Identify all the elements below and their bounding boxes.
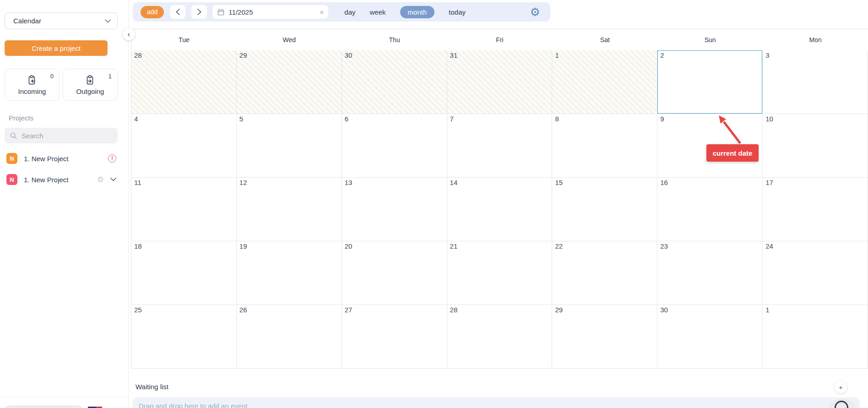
cell-date: 28 [134,51,142,59]
project-settings-gear-icon[interactable]: ⚙ [97,176,104,184]
project-item[interactable]: N 1. New Project ! [6,152,116,164]
calendar-cell[interactable]: 23 [657,241,763,305]
calendar-cell[interactable]: 31 [447,50,553,114]
cell-date: 18 [134,242,142,250]
view-month-button[interactable]: month [400,6,435,18]
clipboard-arrow-left-icon [26,74,38,86]
calendar-cell[interactable]: 30 [657,305,763,369]
calendar-cell[interactable]: 11 [131,178,237,241]
outgoing-count: 1 [108,73,112,80]
cell-date: 11 [134,179,141,186]
view-day-button[interactable]: day [344,8,355,16]
inbox-cards: 0 Incoming 1 Outgoing [5,69,118,101]
cell-date: 6 [345,115,348,123]
cell-date: 27 [345,306,353,314]
search-input[interactable] [22,132,99,140]
cell-date: 31 [450,51,458,59]
chevron-down-icon[interactable] [110,178,116,181]
calendar-cell[interactable]: 6 [342,114,447,178]
cell-date: 15 [555,179,563,186]
calendar-cell[interactable]: 27 [342,305,447,369]
cell-date: 19 [239,242,247,250]
cell-date: 7 [450,115,454,123]
alert-exclamation-icon[interactable]: ! [108,154,116,163]
calendar-toolbar: add × day week month today ⚙ [133,2,550,22]
calendar-cell[interactable]: 10 [763,114,868,178]
sidebar-footer-divider [0,397,128,397]
incoming-label: Incoming [18,87,46,95]
calendar-icon [217,9,224,16]
calendar-cell[interactable]: 21 [447,241,553,305]
cell-date: 20 [345,242,353,250]
calendar-cell[interactable]: 20 [342,241,447,305]
current-date-annotation: current date [706,144,759,162]
calendar-cell[interactable]: 16 [657,178,763,241]
calendar-cell[interactable]: 24 [763,241,868,305]
day-header-row: TueWedThuFriSatSunMon [131,29,868,50]
cell-date: 12 [239,179,247,186]
calendar-cell[interactable]: 29 [552,305,657,369]
calendar-cell[interactable]: 8 [552,114,657,178]
day-header: Fri [447,29,553,50]
calendar-cell[interactable]: 14 [447,178,553,241]
next-period-button[interactable] [191,5,207,19]
calendar-cell[interactable]: 17 [763,178,868,241]
calendar-cell[interactable]: 19 [237,241,342,305]
cell-date: 26 [239,306,247,314]
date-picker[interactable]: × [212,5,328,19]
projects-section-label: Projects [9,114,128,122]
sidebar-footer-pill[interactable] [5,405,82,408]
calendar-cell[interactable]: 15 [552,178,657,241]
cell-date: 25 [134,306,142,314]
calendar-cell[interactable]: 5 [237,114,342,178]
cell-date: 10 [765,115,773,123]
cell-date: 9 [660,115,664,123]
calendar-cell[interactable]: 26 [237,305,342,369]
view-select[interactable]: Calendar [5,12,118,29]
calendar-cell[interactable]: 28 [447,305,553,369]
add-event-button[interactable]: add [141,6,164,18]
calendar-cell-current[interactable]: 2 [657,50,763,114]
calendar-cell[interactable]: 7 [447,114,553,178]
calendar-cell[interactable]: 13 [342,178,447,241]
cell-date: 23 [660,242,668,250]
calendar-cell[interactable]: 22 [552,241,657,305]
calendar-cell[interactable]: 1 [763,305,868,369]
outgoing-label: Outgoing [76,87,104,95]
view-week-button[interactable]: week [370,8,386,16]
day-header: Sun [657,29,763,50]
waiting-list-add-button[interactable]: + [835,381,847,393]
prev-period-button[interactable] [170,5,185,19]
project-name: 1. New Project [24,176,69,184]
calendar-cell[interactable]: 29 [237,50,342,114]
waiting-list-drop-zone[interactable]: Drag and drop here to add an event [133,397,860,408]
calendar-cell[interactable]: 12 [237,178,342,241]
cell-date: 5 [239,115,243,123]
project-name: 1. New Project [24,155,69,163]
cell-date: 2 [660,51,664,59]
calendar-cell[interactable]: 1 [552,50,657,114]
calendar-app: Calendar Create a project 0 Incoming 1 O… [0,0,868,408]
calendar-cell[interactable]: 3 [763,50,868,114]
view-today-button[interactable]: today [449,8,466,16]
calendar-cell[interactable]: 25 [131,305,237,369]
create-project-button[interactable]: Create a project [5,40,108,56]
cell-date: 21 [450,242,458,250]
clear-date-icon[interactable]: × [320,9,324,16]
day-header: Wed [237,29,342,50]
calendar-cell[interactable]: 4 [131,114,237,178]
settings-gear-icon[interactable]: ⚙ [530,6,540,18]
calendar-cell[interactable]: 28 [131,50,237,114]
cell-date: 14 [450,179,458,186]
calendar-cell[interactable]: 18 [131,241,237,305]
collapse-sidebar-button[interactable]: ‹ [123,28,135,40]
project-item[interactable]: N 1. New Project ⚙ [6,174,116,185]
incoming-card[interactable]: 0 Incoming [5,69,60,101]
cell-date: 29 [239,51,247,59]
calendar-cell[interactable]: 30 [342,50,447,114]
cell-date: 30 [660,306,668,314]
search-box[interactable] [5,128,118,143]
help-widget-icon [835,401,848,408]
date-input[interactable] [228,8,306,16]
outgoing-card[interactable]: 1 Outgoing [63,69,118,101]
